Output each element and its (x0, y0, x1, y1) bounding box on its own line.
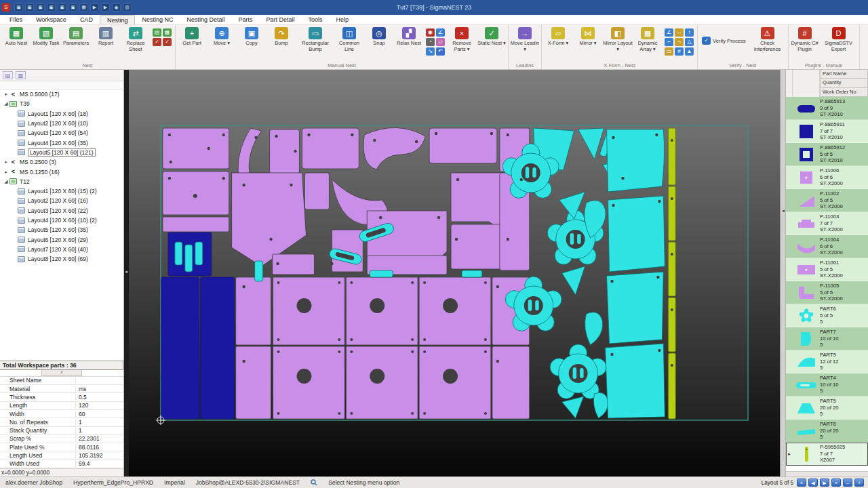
replace-sheet-button[interactable]: ⇄Replace Sheet (121, 26, 151, 52)
menu-nesting[interactable]: Nesting (100, 15, 136, 24)
copy-button[interactable]: ▣Copy (237, 26, 267, 47)
report-button[interactable]: ▥Report (91, 26, 121, 47)
part-row-part8[interactable]: PART820 of 205 (786, 420, 868, 443)
property-value[interactable]: 120 (76, 402, 123, 409)
nesting-canvas[interactable] (129, 70, 780, 476)
quick-tool-icon[interactable]: ▣ (58, 3, 66, 12)
undo-icon[interactable]: ↶ (436, 47, 445, 56)
property-value[interactable]: 60 (76, 411, 123, 418)
revert-check-icon[interactable]: ✓ (153, 38, 161, 46)
part-row-p-11005[interactable]: P-110055 of 5ST-X2000 (786, 281, 868, 304)
part-row-part6[interactable]: PART65 of 55 (786, 304, 868, 327)
parts-list-hscrollbar[interactable] (786, 471, 868, 476)
task-view-icon[interactable]: ▥ (16, 71, 26, 79)
right-splitter[interactable]: ◄ (780, 70, 785, 476)
angle-dim-icon[interactable]: ∠ (665, 28, 673, 37)
offset-dim-icon[interactable]: ¬ (675, 38, 684, 46)
property-value[interactable]: ms (76, 386, 123, 392)
menu-nesting-nc[interactable]: Nesting NC (135, 15, 180, 24)
quick-tool-icon[interactable]: ▣ (36, 3, 45, 12)
nav-prev-button[interactable]: ◀ (808, 479, 818, 487)
quick-tool-icon[interactable]: ▣ (68, 3, 77, 12)
nav-last-button[interactable]: » (831, 479, 841, 487)
tree-item-t39-0[interactable]: ◢T39 (0, 99, 123, 108)
tree-item-layout1-1[interactable]: Layout1 [120 X 60] (18) (0, 109, 123, 119)
tree-item-ms-0[interactable]: ▸<MS 0.2500 (3) (0, 157, 123, 167)
tree-item-layout7-1[interactable]: Layout7 [120 X 60] (40) (0, 245, 123, 254)
part-row-part4[interactable]: PART410 of 105 (786, 373, 868, 396)
corner-dim-icon[interactable]: ⌐ (665, 38, 673, 46)
tree-expand-icon[interactable]: ▸ (3, 169, 9, 175)
tree-item-layout1-1[interactable]: Layout1 [120 X 60] (15) (2) (0, 186, 123, 196)
static-nest-button[interactable]: ✓Static Nest ▾ (477, 26, 507, 47)
part-row-p-5955025[interactable]: ►P-59550257 of 7X2007 (786, 443, 868, 466)
part-row-p-11002[interactable]: P-110025 of 5ST-X2000 (786, 189, 868, 212)
part-row-part5[interactable]: PART520 of 205 (786, 396, 868, 420)
quick-tool-icon[interactable]: ▥ (123, 3, 132, 12)
menu-files[interactable]: Files (3, 15, 29, 24)
tree-expand-icon[interactable]: ◢ (3, 179, 9, 184)
menu-help[interactable]: Help (330, 15, 356, 24)
quick-tool-icon[interactable]: ▶ (90, 3, 99, 12)
tree-item-ms-0[interactable]: ▸<MS 0.5000 (17) (0, 89, 123, 99)
tree-item-layout2-1[interactable]: Layout2 [120 X 60] (10) (0, 119, 123, 128)
workspace-view-icon[interactable]: ▤ (3, 71, 13, 79)
tree-item-layout5-1[interactable]: Layout5 [120 X 60] (35) (0, 225, 123, 235)
compass-icon[interactable]: ◔ (426, 38, 435, 46)
column-quantity[interactable]: Quantity (820, 79, 868, 87)
tree-item-layout4-1[interactable]: Layout4 [120 X 60] (10) (2) (0, 216, 123, 225)
tree-expand-icon[interactable]: ▸ (3, 159, 9, 165)
rect-dim-icon[interactable]: ▭ (665, 47, 673, 56)
nav-add-button[interactable]: + (854, 479, 864, 487)
dynamic-array-button[interactable]: ▦Dynamic Array ▾ (633, 26, 663, 52)
mirror-layout-button[interactable]: ◧Mirror Layout ▾ (603, 26, 633, 52)
new-sheet-icon[interactable]: ▤ (153, 28, 161, 37)
part-row-p-8865912[interactable]: P-88659125 of 5ST-X2010 (786, 143, 868, 166)
mirror-button[interactable]: ⋈Mirror ▾ (573, 26, 603, 47)
bump-button[interactable]: ↷Bump (267, 26, 296, 47)
tree-item-layout5-1[interactable]: Layout5 [120 X 60] (121) (0, 148, 123, 157)
part-row-p-11004[interactable]: P-110046 of 6ST-X2000 (786, 235, 868, 258)
menu-parts[interactable]: Parts (231, 15, 259, 24)
tree-expand-icon[interactable]: ◢ (3, 101, 9, 106)
menu-cad[interactable]: CAD (73, 15, 100, 24)
tree-item-layout3-1[interactable]: Layout3 [120 X 60] (22) (0, 206, 123, 216)
move-leadin-button[interactable]: →Move Leadin ▾ (510, 26, 540, 52)
left-splitter[interactable]: ◄ (124, 70, 129, 476)
auto-nest-button[interactable]: ▦Auto Nest (1, 26, 31, 47)
width-dim-icon[interactable]: ↔ (675, 28, 684, 37)
column-work-order[interactable]: Work Order No (820, 88, 868, 97)
tree-item-layout3-1[interactable]: Layout3 [120 X 60] (54) (0, 128, 123, 138)
property-value[interactable]: 1 (76, 427, 123, 434)
nudge-icon[interactable]: ↘ (426, 47, 435, 56)
protractor-icon[interactable]: ∠ (436, 28, 445, 37)
tree-expand-icon[interactable]: ▸ (3, 92, 9, 97)
property-value[interactable]: 59.4 (76, 460, 123, 467)
tri-dim-icon[interactable]: △ (685, 38, 694, 46)
menu-workspace[interactable]: Workspace (29, 15, 73, 24)
quick-tool-icon[interactable]: ▣ (25, 3, 34, 12)
apply-check-icon[interactable]: ✓ (163, 38, 172, 46)
sheet-check-icon[interactable]: ▦ (163, 28, 172, 37)
nav-remove-button[interactable]: – (843, 479, 852, 487)
property-value[interactable]: 0.5 (76, 394, 123, 401)
pin-icon[interactable]: ◉ (426, 28, 435, 37)
modify-task-button[interactable]: ▧Modify Task (31, 26, 61, 47)
property-collapse-bar[interactable]: ∨ (0, 370, 123, 376)
nav-first-button[interactable]: « (797, 479, 806, 487)
menu-part-detail[interactable]: Part Detail (259, 15, 301, 24)
tree-item-layout4-1[interactable]: Layout4 [120 X 60] (35) (0, 138, 123, 147)
rectangular-bump-button[interactable]: ▭Rectangular Bump (296, 26, 334, 52)
move-button[interactable]: ⊕Move ▾ (207, 26, 237, 47)
grid-dim-icon[interactable]: # (675, 47, 684, 56)
get-part-button[interactable]: +Get Part (177, 26, 207, 47)
part-row-p-8865911[interactable]: P-88659117 of 7ST-X2010 (786, 120, 868, 143)
part-row-p-8865913[interactable]: P-88659139 of 9ST-X2010 (786, 97, 868, 120)
quick-tool-icon[interactable]: ◉ (112, 3, 121, 12)
check-interference-button[interactable]: ⚠Check Interference (749, 26, 787, 52)
search-icon[interactable] (311, 479, 317, 486)
part-row-part9[interactable]: PART912 of 125 (786, 350, 868, 373)
menu-nesting-detail[interactable]: Nesting Detail (180, 15, 231, 24)
tree-item-layout6-1[interactable]: Layout6 [120 X 60] (29) (0, 235, 123, 244)
property-value[interactable]: 88.0116 (76, 444, 123, 451)
